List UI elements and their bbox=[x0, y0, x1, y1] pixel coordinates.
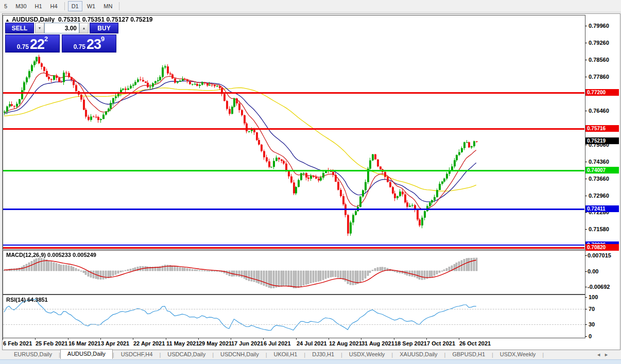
date-axis-label: 18 Sep 2021 bbox=[394, 340, 427, 346]
rsi-indicator-label: RSI(14) 64.3851 bbox=[6, 297, 48, 303]
ohlc-open: 0.75331 bbox=[58, 16, 80, 23]
price-axis-label: 0.78560 bbox=[589, 57, 609, 63]
date-axis-label: 24 Jul 2021 bbox=[297, 340, 327, 346]
macd-value-1: 0.005233 bbox=[47, 252, 71, 258]
ask-price-display[interactable]: 0.75 23 9 bbox=[62, 34, 116, 53]
horizontal-line-0.72411[interactable] bbox=[3, 209, 584, 210]
ask-price-pip: 9 bbox=[101, 36, 105, 42]
toolbar-separator bbox=[64, 2, 65, 10]
date-tick bbox=[133, 338, 133, 340]
timeframe-button-w1[interactable]: W1 bbox=[83, 1, 99, 11]
date-tick bbox=[198, 338, 199, 340]
rsi-value: 64.3851 bbox=[27, 297, 48, 303]
sell-button[interactable]: SELL bbox=[5, 23, 34, 33]
price-badge-0.77200: 0.77200 bbox=[585, 89, 619, 96]
chart-symbol-label: AUDUSD,Daily bbox=[12, 16, 55, 23]
macd-value-2: 0.005249 bbox=[73, 252, 96, 258]
buy-button[interactable]: BUY bbox=[90, 23, 118, 33]
macd-indicator-label: MACD(12,26,9) 0.005233 0.005249 bbox=[6, 252, 96, 258]
tab-separator: | bbox=[542, 352, 544, 358]
axis-tick bbox=[585, 162, 587, 162]
axis-tick bbox=[585, 297, 587, 298]
timeframe-button-m30[interactable]: M30 bbox=[12, 1, 30, 11]
rsi-axis-label: 100 bbox=[589, 294, 598, 300]
rsi-panel[interactable] bbox=[3, 294, 585, 338]
ask-price-big: 23 bbox=[87, 38, 101, 51]
date-tick bbox=[426, 338, 427, 340]
chart-tab-ukoil-h1[interactable]: UKOil,H1 bbox=[267, 350, 304, 359]
axis-tick bbox=[585, 229, 587, 230]
bid-price-big: 22 bbox=[30, 38, 44, 51]
ohlc-high: 0.75351 bbox=[82, 16, 105, 23]
axis-tick bbox=[585, 287, 587, 287]
date-tick bbox=[394, 338, 394, 340]
chart-tab-xauusd-daily[interactable]: XAUUSD,Daily bbox=[393, 350, 444, 359]
tab-nav-left-icon[interactable]: ◄ bbox=[596, 352, 604, 357]
price-axis-label: 0.79960 bbox=[589, 23, 609, 29]
timeframe-toolbar: 5M30H1H4D1W1MN bbox=[0, 0, 621, 12]
chart-tab-eurusd-daily[interactable]: EURUSD,Daily bbox=[7, 350, 59, 359]
price-badge-0.72411: 0.72411 bbox=[585, 205, 619, 212]
date-axis-label: 6 Feb 2021 bbox=[3, 340, 32, 346]
macd-axis-label: 0.007015 bbox=[588, 252, 611, 258]
axis-tick bbox=[585, 212, 587, 213]
price-axis-label: 0.74360 bbox=[589, 159, 609, 165]
timeframe-button-h4[interactable]: H4 bbox=[47, 1, 61, 11]
date-axis-label: 7 Oct 2021 bbox=[427, 340, 455, 346]
date-axis-label: 6 Jul 2021 bbox=[264, 340, 291, 346]
tab-nav-right-icon[interactable]: ► bbox=[604, 352, 612, 357]
date-tick bbox=[3, 338, 3, 340]
chart-tab-usdcnh-daily[interactable]: USDCNH,Daily bbox=[214, 350, 266, 359]
date-tick bbox=[35, 338, 36, 340]
date-axis-label: 31 Aug 2021 bbox=[361, 340, 394, 346]
timeframe-button-5[interactable]: 5 bbox=[1, 1, 11, 11]
volume-decrease-button[interactable]: ▼ bbox=[35, 23, 44, 33]
axis-tick bbox=[585, 77, 587, 77]
tab-scroll-arrows[interactable]: ◄► bbox=[596, 352, 612, 357]
axis-tick bbox=[585, 309, 587, 309]
rsi-axis-label: 70 bbox=[589, 306, 595, 312]
chart-tab-usdchf-h4[interactable]: USDCHF,H4 bbox=[114, 350, 160, 359]
timeframe-button-h1[interactable]: H1 bbox=[31, 1, 46, 11]
price-axis-label: 0.76460 bbox=[589, 108, 609, 114]
horizontal-line-0.74007[interactable] bbox=[3, 170, 584, 171]
date-axis-label: 25 Feb 2021 bbox=[36, 340, 67, 346]
collapse-triangle-icon[interactable]: ▲ bbox=[5, 18, 10, 23]
bid-price-display[interactable]: 0.75 22 2 bbox=[5, 34, 60, 53]
rsi-canvas[interactable] bbox=[3, 295, 585, 337]
chart-tab-dj30-h1[interactable]: DJ30,H1 bbox=[305, 350, 341, 359]
chart-tab-gbpusd-h1[interactable]: GBPUSD,H1 bbox=[445, 350, 492, 359]
axis-tick bbox=[585, 145, 587, 145]
date-axis-label: 3 Apr 2021 bbox=[101, 340, 129, 346]
horizontal-line-0.70820[interactable] bbox=[3, 247, 584, 249]
date-tick bbox=[459, 338, 459, 340]
date-tick bbox=[296, 338, 297, 340]
volume-input[interactable]: 3.00 bbox=[44, 23, 79, 33]
date-axis-label: 12 Aug 2021 bbox=[329, 340, 362, 346]
axis-tick bbox=[585, 26, 587, 26]
bid-price-small: 0.75 bbox=[17, 43, 29, 51]
rsi-level-70 bbox=[3, 309, 584, 309]
price-axis-label: 0.73660 bbox=[589, 176, 609, 182]
chart-tab-usdcad-daily[interactable]: USDCAD,Daily bbox=[161, 350, 212, 359]
chart-tab-usdx-weekly[interactable]: USDX,Weekly bbox=[493, 350, 542, 359]
volume-increase-button[interactable]: ▲ bbox=[79, 23, 89, 33]
rsi-level-30 bbox=[3, 324, 584, 325]
date-axis-label: 26 Oct 2021 bbox=[459, 340, 491, 346]
date-axis-label: 22 Apr 2021 bbox=[133, 340, 165, 346]
chart-tab-bar: EURUSD,Daily|AUDUSD,Daily|USDCHF,H4|USDC… bbox=[0, 350, 621, 359]
timeframe-button-d1[interactable]: D1 bbox=[68, 1, 82, 11]
horizontal-line-0.77200[interactable] bbox=[3, 92, 584, 94]
chart-tab-audusd-daily[interactable]: AUDUSD,Daily bbox=[60, 349, 113, 359]
price-axis-label: 0.71580 bbox=[589, 226, 609, 232]
date-axis: 6 Feb 202125 Feb 202116 Mar 20213 Apr 20… bbox=[3, 338, 617, 348]
horizontal-line-0.70926[interactable] bbox=[3, 245, 584, 246]
ohlc-close: 0.75219 bbox=[130, 16, 152, 23]
horizontal-line-0.75716[interactable] bbox=[3, 128, 584, 130]
date-tick bbox=[100, 338, 101, 340]
timeframe-button-mn[interactable]: MN bbox=[100, 1, 116, 11]
chart-tab-usdx-weekly[interactable]: USDX,Weekly bbox=[342, 350, 391, 359]
chart-window bbox=[2, 13, 620, 350]
current-price-badge: 0.75219 bbox=[585, 137, 619, 144]
toolbar-separator bbox=[119, 2, 119, 10]
